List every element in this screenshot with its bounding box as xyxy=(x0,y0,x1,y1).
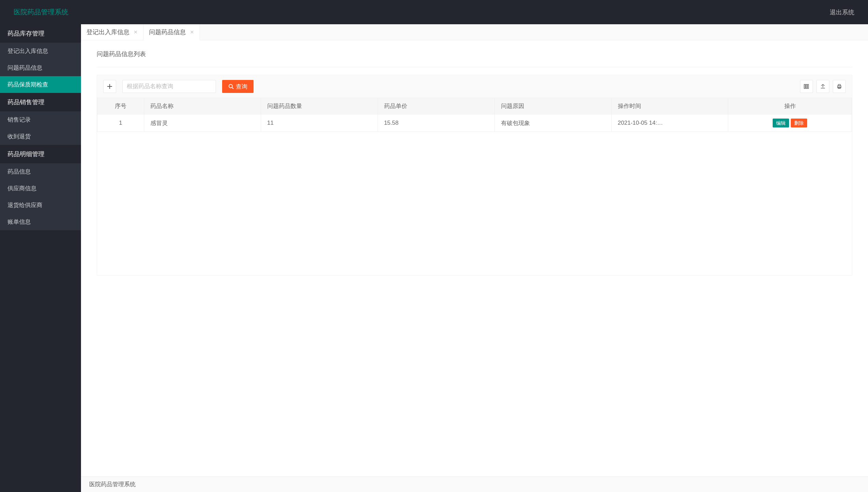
search-icon xyxy=(228,84,234,89)
sidebar-item-returns-received[interactable]: 收到退货 xyxy=(0,128,81,145)
table-card: 查询 xyxy=(97,75,852,276)
export-button[interactable] xyxy=(816,80,829,93)
svg-rect-2 xyxy=(838,84,840,86)
sidebar-item-expiry-check[interactable]: 药品保质期检查 xyxy=(0,76,81,93)
tab-problem-drug[interactable]: 问题药品信息 ✕ xyxy=(144,24,200,40)
export-icon xyxy=(820,84,826,89)
tab-register-inout[interactable]: 登记出入库信息 ✕ xyxy=(81,24,144,40)
brand-title: 医院药品管理系统 xyxy=(14,8,68,17)
sidebar: 药品库存管理 登记出入库信息 问题药品信息 药品保质期检查 药品销售管理 销售记… xyxy=(0,24,81,492)
sidebar-item-supplier-info[interactable]: 供应商信息 xyxy=(0,180,81,197)
sidebar-item-register-inout[interactable]: 登记出入库信息 xyxy=(0,43,81,59)
table-header-row: 序号 药品名称 问题药品数量 药品单价 问题原因 操作时间 操作 xyxy=(97,98,852,114)
toolbar: 查询 xyxy=(97,75,852,98)
nav-group-sales[interactable]: 药品销售管理 xyxy=(0,93,81,111)
close-icon[interactable]: ✕ xyxy=(134,29,138,35)
sidebar-item-return-supplier[interactable]: 退货给供应商 xyxy=(0,197,81,214)
tabs-bar: 登记出入库信息 ✕ 问题药品信息 ✕ xyxy=(81,24,868,40)
nav-group-inventory[interactable]: 药品库存管理 xyxy=(0,24,81,43)
cell-name: 感冒灵 xyxy=(144,114,261,132)
col-time: 操作时间 xyxy=(611,98,728,114)
tab-label: 登记出入库信息 xyxy=(86,28,130,36)
cell-action: 编辑 删除 xyxy=(728,114,852,132)
logout-link[interactable]: 退出系统 xyxy=(830,8,854,16)
cell-time: 2021-10-05 14:… xyxy=(611,114,728,132)
print-icon xyxy=(837,84,842,89)
sidebar-item-problem-drug[interactable]: 问题药品信息 xyxy=(0,59,81,76)
col-name: 药品名称 xyxy=(144,98,261,114)
columns-icon xyxy=(804,84,809,89)
sidebar-item-drug-info[interactable]: 药品信息 xyxy=(0,163,81,180)
edit-button[interactable]: 编辑 xyxy=(773,119,789,127)
col-index: 序号 xyxy=(97,98,144,114)
col-qty: 问题药品数量 xyxy=(261,98,378,114)
data-table: 序号 药品名称 问题药品数量 药品单价 问题原因 操作时间 操作 1 感冒灵 xyxy=(97,98,852,132)
col-reason: 问题原因 xyxy=(494,98,611,114)
cell-qty: 11 xyxy=(261,114,378,132)
search-input[interactable] xyxy=(122,80,216,93)
svg-point-0 xyxy=(229,84,232,88)
cell-index: 1 xyxy=(97,114,144,132)
tab-label: 问题药品信息 xyxy=(149,28,186,36)
search-button-label: 查询 xyxy=(236,83,247,91)
col-action: 操作 xyxy=(728,98,852,114)
close-icon[interactable]: ✕ xyxy=(190,29,194,35)
print-button[interactable] xyxy=(833,80,846,93)
sidebar-item-bill-info[interactable]: 账单信息 xyxy=(0,214,81,230)
cell-price: 15.58 xyxy=(378,114,494,132)
add-button[interactable] xyxy=(103,80,116,93)
delete-button[interactable]: 删除 xyxy=(791,119,807,127)
table-row: 1 感冒灵 11 15.58 有破包现象 2021-10-05 14:… 编辑 … xyxy=(97,114,852,132)
page-title: 问题药品信息列表 xyxy=(97,50,852,58)
plus-icon xyxy=(107,84,112,89)
header: 医院药品管理系统 退出系统 xyxy=(0,0,868,24)
nav-group-detail[interactable]: 药品明细管理 xyxy=(0,145,81,163)
footer: 医院药品管理系统 xyxy=(81,476,868,492)
cell-reason: 有破包现象 xyxy=(494,114,611,132)
search-button[interactable]: 查询 xyxy=(222,80,254,93)
sidebar-item-sales-record[interactable]: 销售记录 xyxy=(0,111,81,128)
columns-button[interactable] xyxy=(800,80,813,93)
col-price: 药品单价 xyxy=(378,98,494,114)
